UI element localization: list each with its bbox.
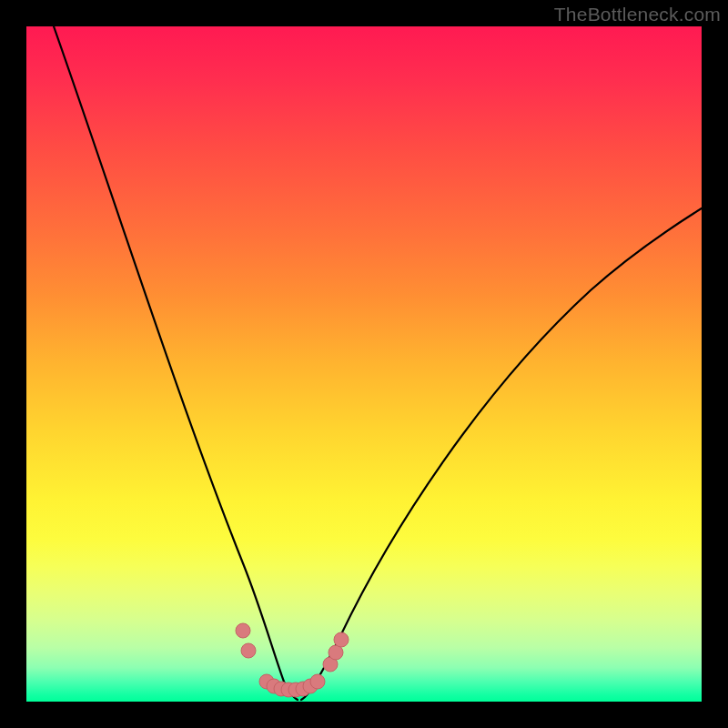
chart-overlay	[26, 26, 702, 702]
outer-frame: TheBottleneck.com	[0, 0, 728, 728]
marker-dot	[241, 643, 256, 658]
marker-dot	[334, 632, 349, 647]
marker-dot	[236, 623, 250, 638]
v-curve-left	[54, 26, 298, 700]
marker-dot	[310, 674, 325, 689]
watermark-text: TheBottleneck.com	[554, 4, 721, 25]
v-curve-right	[301, 208, 702, 700]
marker-group	[236, 623, 349, 697]
plot-area	[26, 26, 702, 702]
